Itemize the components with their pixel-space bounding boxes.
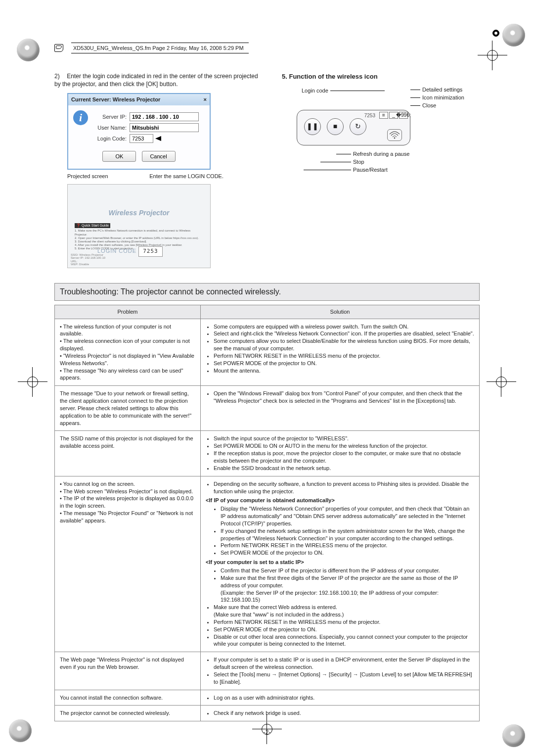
ok-button[interactable]: OK xyxy=(102,151,136,162)
problem-cell: The projector cannot be connected wirele… xyxy=(55,706,201,721)
proj-footer: SSID: Wireless Projector Server IP: 192.… xyxy=(71,253,105,266)
solution-cell: Depending on the security software, a fu… xyxy=(201,476,480,652)
troubleshooting-title: Troubleshooting: The projector cannot be… xyxy=(54,283,480,301)
arrow-left-icon xyxy=(155,136,161,141)
proj-title: Wireless Projector xyxy=(68,208,210,218)
projected-screen: Wireless Projector ❓ Quick Start Guide 1… xyxy=(67,184,211,268)
lbl-stop: Stop xyxy=(353,159,364,165)
solution-cell: Switch the input source of the projector… xyxy=(201,431,480,476)
solution-cell: Check if any network bridge is used. xyxy=(201,706,480,721)
problem-cell: The Web page "Wireless Projector" is not… xyxy=(55,652,201,690)
solution-cell: If your computer is set to a static IP o… xyxy=(201,652,480,690)
lbl-refresh: Refresh during a pause xyxy=(353,151,409,157)
code-label: Login Code: xyxy=(92,135,127,142)
user-field[interactable] xyxy=(130,123,199,132)
problem-cell: You cannot install the connection softwa… xyxy=(55,690,201,706)
table-row: The Web page "Wireless Projector" is not… xyxy=(55,652,480,690)
register-right xyxy=(487,367,516,397)
step-2: 2) Enter the login code indicated in red… xyxy=(54,72,262,88)
crop-dot-tr xyxy=(492,30,499,37)
register-top xyxy=(478,41,507,70)
cancel-button[interactable]: Cancel xyxy=(142,151,176,162)
problem-cell: The message "Due to your network or fire… xyxy=(55,386,201,431)
user-label: User Name: xyxy=(92,124,127,132)
icon-diagram: Login code Detailed settings Icon minimi… xyxy=(282,86,470,175)
th-problem: Problem xyxy=(55,305,201,319)
wifi-icon xyxy=(387,129,402,141)
login-dialog: Current Server: Wireless Projector × i S… xyxy=(67,93,211,170)
lbl-min: Icon minimization xyxy=(422,94,464,100)
code-field[interactable] xyxy=(130,134,153,143)
server-ip-label: Server IP: xyxy=(92,113,127,121)
svg-point-0 xyxy=(394,137,396,139)
dialog-title: Current Server: Wireless Projector xyxy=(71,96,160,103)
crop-ball-br xyxy=(502,724,525,747)
table-row: The message "Due to your network or fire… xyxy=(55,386,480,431)
header-filename: XD530U_ENG_Wireless_QS.fm Page 2 Friday,… xyxy=(71,43,249,53)
page-header: XD530U_ENG_Wireless_QS.fm Page 2 Friday,… xyxy=(54,43,249,53)
lbl-detailed: Detailed settings xyxy=(422,87,462,93)
solution-cell: Open the "Windows Firewall" dialog box f… xyxy=(201,386,480,431)
close-tray-icon[interactable]: �996; xyxy=(399,112,408,119)
tray-code: 7253 xyxy=(364,112,375,119)
refresh-button[interactable]: ↻ xyxy=(350,118,366,135)
problem-cell: The SSID name of this projector is not d… xyxy=(55,431,201,476)
detailed-icon[interactable]: ≡ xyxy=(379,112,388,119)
table-row: The SSID name of this projector is not d… xyxy=(55,431,480,476)
troubleshooting-table: Problem Solution • The wireless function… xyxy=(54,305,480,722)
info-icon: i xyxy=(73,110,88,125)
lbl-login-code: Login code xyxy=(302,88,328,94)
lbl-pause: Pause/Restart xyxy=(353,167,388,173)
wireless-tray: 7253 ≡ _ �996; ❚❚ ■ ↻ xyxy=(297,110,410,145)
page-number: -2- xyxy=(54,728,480,736)
pause-button[interactable]: ❚❚ xyxy=(304,118,321,135)
proj-login-code: 7253 xyxy=(138,246,163,257)
th-solution: Solution xyxy=(201,305,480,319)
solution-cell: Some computers are equipped with a wirel… xyxy=(201,319,480,386)
caption-left: Projected screen xyxy=(67,173,108,180)
crop-ball-tl xyxy=(17,39,40,61)
problem-cell: • The wireless function of your computer… xyxy=(55,319,201,386)
lbl-close: Close xyxy=(422,102,436,108)
caption-right: Enter the same LOGIN CODE. xyxy=(149,173,223,180)
book-icon xyxy=(54,44,63,52)
table-row: • You cannot log on the screen. • The We… xyxy=(55,476,480,652)
qsg-head: ❓ Quick Start Guide xyxy=(75,223,110,228)
table-row: You cannot install the connection softwa… xyxy=(55,690,480,706)
stop-button[interactable]: ■ xyxy=(327,118,344,135)
register-left xyxy=(18,367,47,397)
server-ip-field[interactable] xyxy=(130,112,199,121)
step-num: 2) xyxy=(54,72,65,80)
table-row: • The wireless function of your computer… xyxy=(55,319,480,386)
solution-cell: Log on as a user with administrator righ… xyxy=(201,690,480,706)
table-row: The projector cannot be connected wirele… xyxy=(55,706,480,721)
section5-title: 5. Function of the wireless icon xyxy=(282,72,480,81)
crop-ball-bl xyxy=(9,719,32,742)
close-icon[interactable]: × xyxy=(204,96,207,103)
problem-cell: • You cannot log on the screen. • The We… xyxy=(55,476,201,652)
step-text: Enter the login code indicated in red in… xyxy=(54,73,258,88)
